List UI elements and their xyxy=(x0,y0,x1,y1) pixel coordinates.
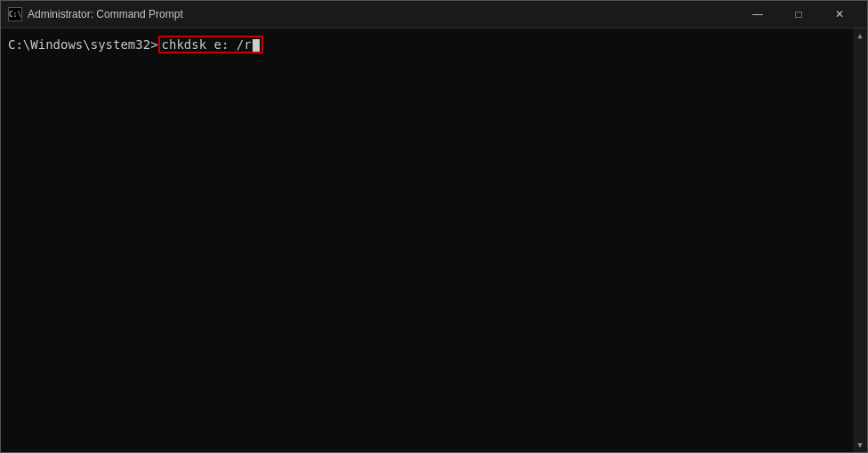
cmd-window: C:\ Administrator: Command Prompt — □ ✕ … xyxy=(0,0,868,453)
maximize-button[interactable]: □ xyxy=(778,1,819,28)
terminal-body[interactable]: C:\Windows\system32> chkdsk e: /r ▲ ▼ xyxy=(1,28,867,452)
window-title: Administrator: Command Prompt xyxy=(28,8,183,20)
prompt-line: C:\Windows\system32> chkdsk e: /r xyxy=(8,36,860,53)
cmd-icon-text: C:\ xyxy=(9,11,21,19)
cmd-icon: C:\ xyxy=(8,7,22,21)
minimize-button[interactable]: — xyxy=(737,1,778,28)
scrollbar-up-arrow[interactable]: ▲ xyxy=(853,28,867,43)
scrollbar[interactable]: ▲ ▼ xyxy=(853,28,867,452)
command-text: chkdsk e: /r xyxy=(162,37,252,52)
close-button[interactable]: ✕ xyxy=(819,1,860,28)
command-highlight-box: chkdsk e: /r xyxy=(158,36,263,53)
window-controls: — □ ✕ xyxy=(737,1,860,28)
scrollbar-down-arrow[interactable]: ▼ xyxy=(853,438,867,452)
cursor-blink xyxy=(253,39,260,52)
title-bar: C:\ Administrator: Command Prompt — □ ✕ xyxy=(1,1,867,28)
prompt-path: C:\Windows\system32> xyxy=(8,37,158,52)
title-bar-left: C:\ Administrator: Command Prompt xyxy=(8,7,183,21)
scrollbar-track[interactable] xyxy=(853,43,867,438)
